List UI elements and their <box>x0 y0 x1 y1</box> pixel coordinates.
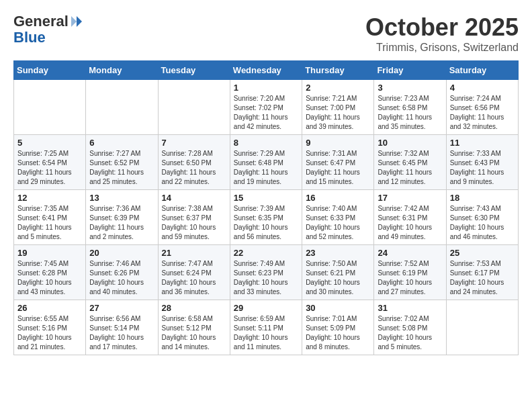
day-number: 29 <box>234 303 298 313</box>
day-info: Sunrise: 7:42 AM Sunset: 6:31 PM Dayligh… <box>378 204 442 242</box>
day-number: 14 <box>162 193 226 203</box>
day-info: Sunrise: 7:27 AM Sunset: 6:52 PM Dayligh… <box>89 149 154 187</box>
day-info: Sunrise: 7:47 AM Sunset: 6:24 PM Dayligh… <box>162 259 226 297</box>
calendar-cell: 14Sunrise: 7:38 AM Sunset: 6:37 PM Dayli… <box>158 190 230 245</box>
day-info: Sunrise: 7:46 AM Sunset: 6:26 PM Dayligh… <box>89 259 154 297</box>
day-number: 20 <box>89 248 154 258</box>
calendar-cell: 29Sunrise: 6:59 AM Sunset: 5:11 PM Dayli… <box>230 300 302 355</box>
day-number: 15 <box>234 193 298 203</box>
location-text: Trimmis, Grisons, Switzerland <box>365 42 519 54</box>
day-info: Sunrise: 6:59 AM Sunset: 5:11 PM Dayligh… <box>234 314 298 352</box>
day-number: 12 <box>17 193 82 203</box>
calendar-cell: 31Sunrise: 7:02 AM Sunset: 5:08 PM Dayli… <box>374 300 446 355</box>
calendar-cell: 30Sunrise: 7:01 AM Sunset: 5:09 PM Dayli… <box>302 300 374 355</box>
calendar-cell: 12Sunrise: 7:35 AM Sunset: 6:41 PM Dayli… <box>14 190 86 245</box>
calendar-header-row: SundayMondayTuesdayWednesdayThursdayFrid… <box>14 61 519 80</box>
day-info: Sunrise: 7:49 AM Sunset: 6:23 PM Dayligh… <box>234 259 298 297</box>
weekday-header-sunday: Sunday <box>14 61 86 80</box>
calendar-cell: 22Sunrise: 7:49 AM Sunset: 6:23 PM Dayli… <box>230 245 302 300</box>
month-title: October 2025 <box>365 13 519 42</box>
day-number: 24 <box>378 248 442 258</box>
day-info: Sunrise: 6:58 AM Sunset: 5:12 PM Dayligh… <box>162 314 226 352</box>
day-info: Sunrise: 7:35 AM Sunset: 6:41 PM Dayligh… <box>17 204 82 242</box>
calendar-cell: 15Sunrise: 7:39 AM Sunset: 6:35 PM Dayli… <box>230 190 302 245</box>
day-info: Sunrise: 7:45 AM Sunset: 6:28 PM Dayligh… <box>17 259 82 297</box>
day-number: 26 <box>17 303 82 313</box>
calendar-cell: 6Sunrise: 7:27 AM Sunset: 6:52 PM Daylig… <box>86 135 158 190</box>
day-number: 10 <box>378 138 442 148</box>
calendar-week-1: 1Sunrise: 7:20 AM Sunset: 7:02 PM Daylig… <box>14 80 519 135</box>
day-info: Sunrise: 6:56 AM Sunset: 5:14 PM Dayligh… <box>89 314 154 352</box>
calendar-cell: 4Sunrise: 7:24 AM Sunset: 6:56 PM Daylig… <box>446 80 518 135</box>
day-number: 5 <box>17 138 82 148</box>
calendar-cell: 20Sunrise: 7:46 AM Sunset: 6:26 PM Dayli… <box>86 245 158 300</box>
calendar-cell: 18Sunrise: 7:43 AM Sunset: 6:30 PM Dayli… <box>446 190 518 245</box>
day-info: Sunrise: 6:55 AM Sunset: 5:16 PM Dayligh… <box>17 314 82 352</box>
weekday-header-thursday: Thursday <box>302 61 374 80</box>
weekday-header-tuesday: Tuesday <box>158 61 230 80</box>
calendar-cell: 2Sunrise: 7:21 AM Sunset: 7:00 PM Daylig… <box>302 80 374 135</box>
day-info: Sunrise: 7:43 AM Sunset: 6:30 PM Dayligh… <box>450 204 515 242</box>
day-number: 31 <box>378 303 442 313</box>
day-info: Sunrise: 7:28 AM Sunset: 6:50 PM Dayligh… <box>162 149 226 187</box>
calendar-cell: 5Sunrise: 7:25 AM Sunset: 6:54 PM Daylig… <box>14 135 86 190</box>
calendar-week-2: 5Sunrise: 7:25 AM Sunset: 6:54 PM Daylig… <box>14 135 519 190</box>
calendar-cell: 19Sunrise: 7:45 AM Sunset: 6:28 PM Dayli… <box>14 245 86 300</box>
calendar-cell: 24Sunrise: 7:52 AM Sunset: 6:19 PM Dayli… <box>374 245 446 300</box>
day-number: 23 <box>306 248 370 258</box>
calendar-cell <box>14 80 86 135</box>
calendar-cell: 25Sunrise: 7:53 AM Sunset: 6:17 PM Dayli… <box>446 245 518 300</box>
day-info: Sunrise: 7:01 AM Sunset: 5:09 PM Dayligh… <box>306 314 370 352</box>
calendar-cell: 13Sunrise: 7:36 AM Sunset: 6:39 PM Dayli… <box>86 190 158 245</box>
day-info: Sunrise: 7:39 AM Sunset: 6:35 PM Dayligh… <box>234 204 298 242</box>
calendar-cell: 17Sunrise: 7:42 AM Sunset: 6:31 PM Dayli… <box>374 190 446 245</box>
calendar-week-3: 12Sunrise: 7:35 AM Sunset: 6:41 PM Dayli… <box>14 190 519 245</box>
svg-marker-1 <box>71 16 77 27</box>
day-info: Sunrise: 7:52 AM Sunset: 6:19 PM Dayligh… <box>378 259 442 297</box>
day-number: 6 <box>89 138 154 148</box>
calendar-week-4: 19Sunrise: 7:45 AM Sunset: 6:28 PM Dayli… <box>14 245 519 300</box>
calendar-cell: 28Sunrise: 6:58 AM Sunset: 5:12 PM Dayli… <box>158 300 230 355</box>
calendar-cell: 26Sunrise: 6:55 AM Sunset: 5:16 PM Dayli… <box>14 300 86 355</box>
day-info: Sunrise: 7:31 AM Sunset: 6:47 PM Dayligh… <box>306 149 370 187</box>
day-number: 25 <box>450 248 515 258</box>
day-number: 16 <box>306 193 370 203</box>
day-number: 7 <box>162 138 226 148</box>
calendar-cell <box>446 300 518 355</box>
page-header: General Blue October 2025 Trimmis, Griso… <box>13 13 519 54</box>
calendar-cell: 23Sunrise: 7:50 AM Sunset: 6:21 PM Dayli… <box>302 245 374 300</box>
day-number: 28 <box>162 303 226 313</box>
weekday-header-monday: Monday <box>86 61 158 80</box>
day-info: Sunrise: 7:25 AM Sunset: 6:54 PM Dayligh… <box>17 149 82 187</box>
day-info: Sunrise: 7:23 AM Sunset: 6:58 PM Dayligh… <box>378 94 442 132</box>
calendar-cell <box>86 80 158 135</box>
calendar-cell: 10Sunrise: 7:32 AM Sunset: 6:45 PM Dayli… <box>374 135 446 190</box>
day-number: 9 <box>306 138 370 148</box>
day-number: 17 <box>378 193 442 203</box>
day-number: 1 <box>234 83 298 93</box>
day-info: Sunrise: 7:38 AM Sunset: 6:37 PM Dayligh… <box>162 204 226 242</box>
day-number: 27 <box>89 303 154 313</box>
calendar-cell: 11Sunrise: 7:33 AM Sunset: 6:43 PM Dayli… <box>446 135 518 190</box>
logo-icon <box>70 15 83 28</box>
day-info: Sunrise: 7:33 AM Sunset: 6:43 PM Dayligh… <box>450 149 515 187</box>
logo: General Blue <box>13 13 83 46</box>
calendar-cell: 1Sunrise: 7:20 AM Sunset: 7:02 PM Daylig… <box>230 80 302 135</box>
day-info: Sunrise: 7:36 AM Sunset: 6:39 PM Dayligh… <box>89 204 154 242</box>
day-info: Sunrise: 7:29 AM Sunset: 6:48 PM Dayligh… <box>234 149 298 187</box>
day-info: Sunrise: 7:40 AM Sunset: 6:33 PM Dayligh… <box>306 204 370 242</box>
calendar-cell: 27Sunrise: 6:56 AM Sunset: 5:14 PM Dayli… <box>86 300 158 355</box>
day-number: 30 <box>306 303 370 313</box>
day-number: 3 <box>378 83 442 93</box>
calendar-cell: 3Sunrise: 7:23 AM Sunset: 6:58 PM Daylig… <box>374 80 446 135</box>
calendar-week-5: 26Sunrise: 6:55 AM Sunset: 5:16 PM Dayli… <box>14 300 519 355</box>
day-info: Sunrise: 7:32 AM Sunset: 6:45 PM Dayligh… <box>378 149 442 187</box>
day-info: Sunrise: 7:53 AM Sunset: 6:17 PM Dayligh… <box>450 259 515 297</box>
calendar-cell <box>158 80 230 135</box>
day-number: 18 <box>450 193 515 203</box>
day-number: 11 <box>450 138 515 148</box>
calendar-cell: 16Sunrise: 7:40 AM Sunset: 6:33 PM Dayli… <box>302 190 374 245</box>
logo-blue-text: Blue <box>13 30 83 46</box>
calendar-cell: 21Sunrise: 7:47 AM Sunset: 6:24 PM Dayli… <box>158 245 230 300</box>
day-number: 8 <box>234 138 298 148</box>
